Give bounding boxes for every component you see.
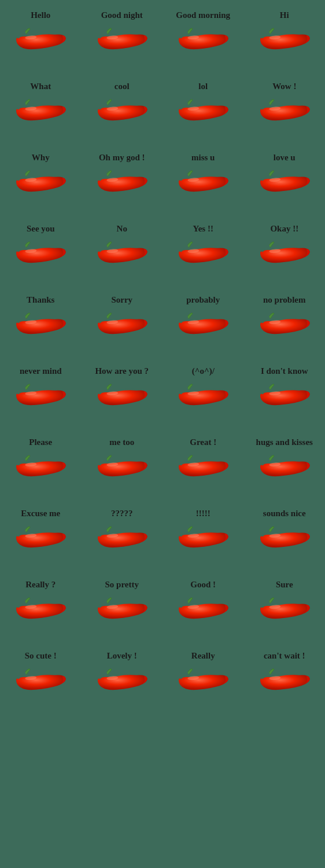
pepper-icon (256, 595, 313, 628)
sticker-label: Hi (280, 10, 289, 20)
sticker-item[interactable]: Oh my god ! (82, 142, 163, 214)
sticker-item[interactable]: no problem (244, 285, 326, 356)
pepper-icon (12, 667, 69, 699)
sticker-item[interactable]: Yes !! (162, 214, 244, 285)
pepper-icon (12, 524, 69, 557)
sticker-label: Really (191, 651, 215, 661)
sticker-item[interactable]: What (0, 71, 82, 142)
sticker-item[interactable]: love u (244, 142, 326, 214)
sticker-item[interactable]: probably (162, 285, 244, 356)
pepper-icon (12, 595, 69, 628)
pepper-icon (256, 26, 313, 58)
sticker-item[interactable]: Excuse me (0, 498, 82, 569)
sticker-item[interactable]: Really ? (0, 569, 82, 641)
sticker-label: can't wait ! (264, 651, 305, 661)
sticker-item[interactable]: Sure (244, 569, 326, 641)
sticker-label: !!!!! (196, 509, 210, 518)
pepper-icon (256, 168, 313, 201)
sticker-item[interactable]: Good morning (162, 0, 244, 71)
sticker-item[interactable]: See you (0, 214, 82, 285)
sticker-item[interactable]: No (82, 214, 163, 285)
pepper-icon (93, 382, 151, 414)
pepper-icon (174, 26, 232, 58)
pepper-icon (93, 240, 151, 272)
sticker-item[interactable]: cool (82, 71, 163, 142)
sticker-item[interactable]: Really (162, 641, 244, 712)
sticker-item[interactable]: miss u (162, 142, 244, 214)
sticker-item[interactable]: So cute ! (0, 641, 82, 712)
sticker-item[interactable]: Okay !! (244, 214, 326, 285)
sticker-label: miss u (191, 153, 215, 163)
sticker-label: Good morning (176, 10, 230, 20)
sticker-item[interactable]: I don't know (244, 356, 326, 427)
pepper-icon (93, 97, 151, 130)
sticker-label: What (30, 82, 51, 91)
sticker-item[interactable]: (^o^)/ (162, 356, 244, 427)
pepper-icon (174, 667, 232, 699)
sticker-item[interactable]: Thanks (0, 285, 82, 356)
pepper-icon (174, 382, 232, 414)
pepper-icon (256, 97, 313, 130)
pepper-icon (12, 26, 69, 58)
pepper-icon (12, 168, 69, 201)
sticker-item[interactable]: ????? (82, 498, 163, 569)
pepper-icon (256, 311, 313, 343)
sticker-label: See you (27, 224, 55, 234)
sticker-label: cool (115, 82, 130, 91)
sticker-label: Thanks (27, 295, 54, 305)
sticker-label: How are you ? (95, 366, 149, 376)
sticker-item[interactable]: Why (0, 142, 82, 214)
sticker-item[interactable]: Sorry (82, 285, 163, 356)
sticker-item[interactable]: sounds nice (244, 498, 326, 569)
sticker-label: me too (109, 437, 134, 447)
sticker-label: So pretty (105, 580, 139, 590)
sticker-item[interactable]: lol (162, 71, 244, 142)
sticker-item[interactable]: How are you ? (82, 356, 163, 427)
pepper-icon (12, 382, 69, 414)
pepper-icon (93, 26, 151, 58)
pepper-icon (256, 667, 313, 699)
sticker-item[interactable]: Please (0, 427, 82, 498)
sticker-label: Excuse me (21, 509, 60, 518)
sticker-item[interactable]: Great ! (162, 427, 244, 498)
pepper-icon (93, 595, 151, 628)
pepper-icon (93, 168, 151, 201)
sticker-item[interactable]: Good night (82, 0, 163, 71)
pepper-icon (174, 595, 232, 628)
sticker-label: Okay !! (270, 224, 298, 234)
sticker-item[interactable]: can't wait ! (244, 641, 326, 712)
sticker-item[interactable]: !!!!! (162, 498, 244, 569)
pepper-icon (256, 382, 313, 414)
pepper-icon (93, 311, 151, 343)
sticker-item[interactable]: Good ! (162, 569, 244, 641)
sticker-label: Lovely ! (107, 651, 137, 661)
sticker-item[interactable]: Hi (244, 0, 326, 71)
pepper-icon (174, 453, 232, 486)
sticker-label: Wow ! (272, 82, 296, 91)
sticker-item[interactable]: hugs and kisses (244, 427, 326, 498)
sticker-label: lol (198, 82, 208, 91)
sticker-item[interactable]: So pretty (82, 569, 163, 641)
pepper-icon (93, 524, 151, 557)
sticker-grid: Hello Good night (0, 0, 325, 712)
sticker-label: love u (274, 153, 296, 163)
sticker-label: Great ! (190, 437, 216, 447)
sticker-label: Oh my god ! (99, 153, 145, 163)
sticker-label: Please (29, 437, 52, 447)
pepper-icon (12, 97, 69, 130)
sticker-item[interactable]: Wow ! (244, 71, 326, 142)
pepper-icon (93, 667, 151, 699)
sticker-label: Good ! (190, 580, 216, 590)
sticker-label: So cute ! (25, 651, 57, 661)
sticker-item[interactable]: me too (82, 427, 163, 498)
sticker-item[interactable]: never mind (0, 356, 82, 427)
pepper-icon (93, 453, 151, 486)
sticker-label: No (117, 224, 127, 234)
sticker-label: Sure (276, 580, 293, 590)
sticker-label: sounds nice (263, 509, 306, 518)
pepper-icon (12, 240, 69, 272)
sticker-label: I don't know (261, 366, 308, 376)
pepper-icon (256, 240, 313, 272)
sticker-item[interactable]: Lovely ! (82, 641, 163, 712)
sticker-item[interactable]: Hello (0, 0, 82, 71)
